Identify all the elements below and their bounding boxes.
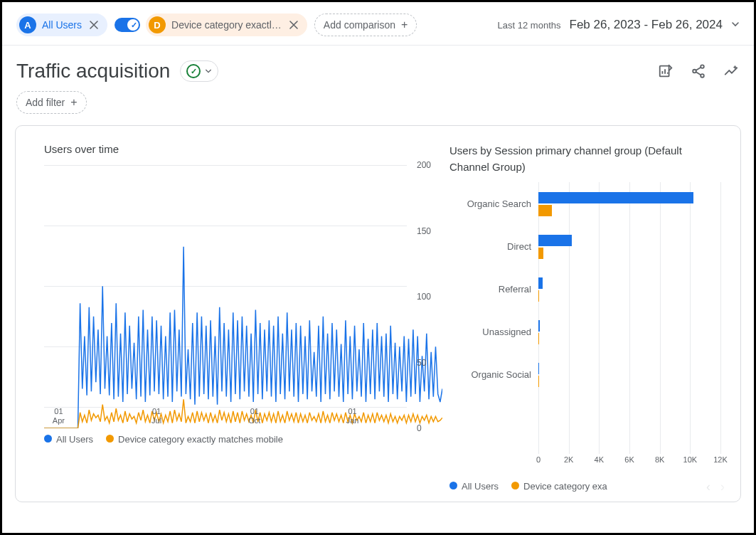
chip-label: Device category exactl… xyxy=(171,19,282,31)
bar-label: Organic Social xyxy=(449,369,538,380)
pagination-nav: ‹ › xyxy=(706,481,725,492)
x-tick: 01Jan xyxy=(346,407,359,425)
bar xyxy=(538,277,543,289)
legend: All Users Device category exactly matche… xyxy=(44,434,442,445)
x-tick: 4K xyxy=(595,455,604,464)
chevron-down-icon xyxy=(205,65,212,78)
x-tick: 10K xyxy=(683,455,698,464)
legend-dot-icon xyxy=(511,482,519,489)
y-tick: 150 xyxy=(412,226,442,236)
legend-dot-icon xyxy=(449,482,457,489)
chevron-down-icon xyxy=(731,18,740,31)
bar-row: Organic Search xyxy=(449,182,720,225)
add-comparison-button[interactable]: Add comparison + xyxy=(314,14,417,36)
chart-title: Users by Session primary channel group (… xyxy=(449,143,728,175)
status-dropdown[interactable]: ✓ xyxy=(180,60,218,82)
y-tick: 0 xyxy=(412,423,442,433)
check-icon: ✓ xyxy=(131,21,137,30)
chart-title: Users over time xyxy=(44,143,442,155)
line-chart: 01Apr01Jul01Oct01Jan 050100150200 xyxy=(44,165,442,428)
next-icon[interactable]: › xyxy=(720,481,725,492)
close-icon[interactable] xyxy=(287,18,300,31)
page-title: Traffic acquisition xyxy=(16,60,170,83)
bar-row: Unassigned xyxy=(449,310,720,353)
legend-item-device: Device category exactly matches mobile xyxy=(106,434,283,445)
x-tick: 2K xyxy=(564,455,573,464)
share-icon[interactable] xyxy=(690,63,707,80)
legend-dot-icon xyxy=(44,435,52,443)
users-over-time-panel: Users over time 01Apr01Jul01Oct01Jan 050… xyxy=(44,143,442,492)
x-tick: 01Oct xyxy=(248,407,260,425)
add-filter-button[interactable]: Add filter + xyxy=(16,91,87,114)
bar-chart: Organic SearchDirectReferralUnassignedOr… xyxy=(449,182,728,475)
bar xyxy=(538,192,693,203)
comparison-bar: A All Users ✓ D Device category exactl… … xyxy=(2,2,754,46)
legend-item-device: Device category exa xyxy=(511,481,607,492)
title-actions xyxy=(657,63,740,80)
add-filter-label: Add filter xyxy=(26,97,65,108)
bar-label: Referral xyxy=(449,284,538,295)
svg-rect-0 xyxy=(660,66,669,77)
plus-icon: + xyxy=(70,97,77,108)
date-range-picker[interactable]: Last 12 months Feb 26, 2023 - Feb 26, 20… xyxy=(498,18,740,32)
badge-a-icon: A xyxy=(19,16,36,33)
comparison-chip-all-users[interactable]: A All Users xyxy=(16,14,107,36)
y-tick: 200 xyxy=(412,160,442,170)
bar-label: Direct xyxy=(449,241,538,252)
chip-label: All Users xyxy=(42,19,82,31)
x-tick: 01Apr xyxy=(53,407,65,425)
bar xyxy=(538,290,539,302)
bar xyxy=(538,248,543,259)
bar-label: Organic Search xyxy=(449,198,538,209)
legend-dot-icon xyxy=(106,435,114,443)
close-icon[interactable] xyxy=(87,18,100,31)
bar xyxy=(538,363,539,374)
y-tick: 50 xyxy=(412,358,442,368)
bar-row: Direct xyxy=(449,225,720,268)
users-by-channel-panel: Users by Session primary channel group (… xyxy=(449,143,728,492)
comparison-toggle[interactable]: ✓ xyxy=(115,18,140,32)
customize-report-icon[interactable] xyxy=(657,63,674,80)
check-circle-icon: ✓ xyxy=(186,64,201,78)
legend-item-all: All Users xyxy=(44,434,93,445)
x-tick: 6K xyxy=(624,455,634,464)
insights-icon[interactable] xyxy=(723,63,740,80)
filter-row: Add filter + xyxy=(2,87,754,125)
badge-d-icon: D xyxy=(149,16,166,33)
x-tick: 12K xyxy=(713,455,728,464)
comparison-chip-device[interactable]: D Device category exactl… xyxy=(146,14,307,36)
x-tick: 0 xyxy=(536,455,541,464)
legend: All Users Device category exa ‹ › xyxy=(449,481,728,492)
plus-icon: + xyxy=(401,19,408,31)
x-tick: 8K xyxy=(655,455,664,464)
prev-icon[interactable]: ‹ xyxy=(706,481,710,492)
x-tick: 01Jul xyxy=(151,407,161,425)
bar xyxy=(538,320,540,332)
bar-row: Referral xyxy=(449,268,720,310)
bar-row: Organic Social xyxy=(449,353,720,396)
date-range-value: Feb 26, 2023 - Feb 26, 2024 xyxy=(570,18,723,32)
date-range-label: Last 12 months xyxy=(498,20,561,31)
bar xyxy=(538,205,552,216)
legend-item-all: All Users xyxy=(449,481,499,492)
charts-card: Users over time 01Apr01Jul01Oct01Jan 050… xyxy=(15,125,741,502)
title-row: Traffic acquisition ✓ xyxy=(2,46,754,87)
y-tick: 100 xyxy=(412,292,442,302)
bar-label: Unassigned xyxy=(449,327,538,337)
bar xyxy=(538,235,572,246)
add-comparison-label: Add comparison xyxy=(324,19,395,31)
